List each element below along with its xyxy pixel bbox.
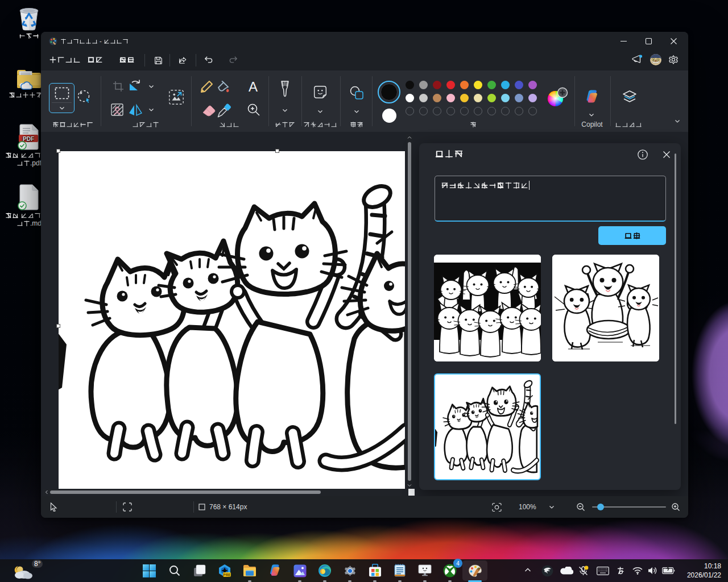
svg-text:PRE: PRE xyxy=(223,573,231,577)
svg-text:PDF: PDF xyxy=(23,136,34,142)
